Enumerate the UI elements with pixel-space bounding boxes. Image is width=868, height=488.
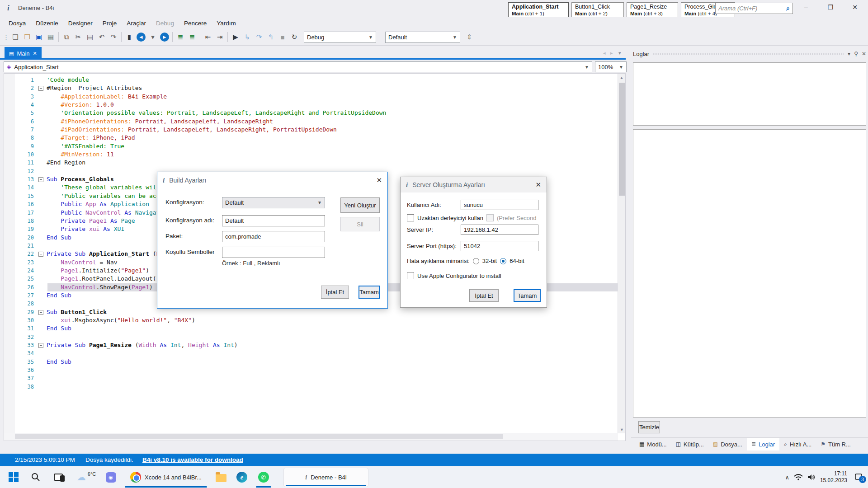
undo-icon[interactable]: ↶ (96, 31, 107, 43)
fold-collapse-icon[interactable]: − (38, 252, 43, 257)
panel-tab-dosya[interactable]: ▨Dosya... (708, 438, 747, 450)
edge-button[interactable]: e (232, 466, 251, 488)
tab-scroll-left-icon[interactable]: ◂ (603, 50, 606, 56)
outdent-icon[interactable]: ⇤ (203, 31, 213, 43)
update-download-link[interactable]: B4i v8.10 is available for download (142, 456, 243, 463)
build-field-input[interactable]: Default (222, 215, 325, 226)
vertical-scrollbar[interactable]: ▲ ▼ (618, 74, 625, 433)
clear-logs-button[interactable]: Temizle (638, 421, 660, 433)
code-line[interactable]: 31End Sub (4, 324, 618, 333)
code-line[interactable]: 36 (4, 366, 618, 374)
server-dialog-close-icon[interactable]: ✕ (535, 181, 541, 189)
package-icon[interactable]: ▦ (45, 31, 56, 43)
arch-radio-64-bit[interactable] (500, 258, 506, 264)
menu-debug[interactable]: Debug (151, 18, 179, 28)
file-explorer-button[interactable] (212, 466, 231, 488)
tab-main[interactable]: ▤ Main ✕ (5, 47, 42, 60)
close-button[interactable]: ✕ (844, 0, 865, 14)
tab-close-icon[interactable]: ✕ (33, 51, 37, 56)
apple-configurator-checkbox[interactable] (407, 272, 414, 279)
server-ok-button[interactable]: Tamam (514, 289, 541, 302)
menu-pencere[interactable]: Pencere (179, 18, 212, 28)
save-icon[interactable]: ▣ (33, 31, 44, 43)
quick-sub-page1_resize[interactable]: Page1_ResizeMain (ctrl + 3) (627, 2, 678, 18)
tray-expand-icon[interactable]: ∧ (785, 474, 789, 481)
open-folder-icon[interactable]: ❐ (22, 31, 33, 43)
horizontal-scrollbar[interactable] (4, 433, 618, 441)
fold-collapse-icon[interactable]: − (38, 310, 43, 315)
code-line[interactable]: 38 (4, 383, 618, 391)
task-view-button[interactable] (49, 466, 68, 488)
menu-yardım[interactable]: Yardım (212, 18, 241, 28)
fold-collapse-icon[interactable]: − (38, 177, 43, 182)
code-line[interactable]: 30 xui.MsgboxAsync("Hello world!", "B4X"… (4, 316, 618, 324)
paste-icon[interactable]: ▤ (85, 31, 95, 43)
code-line[interactable]: 35End Sub (4, 358, 618, 366)
uncomment-icon[interactable]: ≣ (187, 31, 198, 43)
quick-sub-application_start[interactable]: Application_StartMain (ctrl + 1) (508, 2, 569, 18)
code-line[interactable]: 4 #Version: 1.0.0 (4, 101, 618, 109)
bookmark-icon[interactable]: ▮ (124, 31, 135, 43)
build-dialog-close-icon[interactable]: ✕ (376, 176, 382, 184)
logs-panel-header[interactable]: Loglar ▾ ⚲ ✕ (633, 48, 866, 60)
step-over-icon[interactable]: ↷ (254, 31, 264, 43)
code-line[interactable]: 1'Code module (4, 76, 618, 84)
code-line[interactable]: 2−#Region Project Attributes (4, 84, 618, 92)
start-button[interactable] (5, 466, 23, 488)
toolbar-overflow-icon[interactable]: ⇕ (464, 31, 475, 43)
quick-sub-button1_click[interactable]: Button1_ClickMain (ctrl + 2) (571, 2, 624, 18)
search-icon[interactable]: ⌕ (786, 5, 790, 12)
code-line[interactable]: 37 (4, 374, 618, 382)
horizontal-scrollbar-thumb[interactable] (15, 434, 503, 439)
build-config-combobox[interactable]: Default ▼ (385, 32, 460, 43)
log-filter-box[interactable] (633, 62, 866, 126)
panel-tab-hzla[interactable]: ⌕Hızlı A... (779, 438, 816, 450)
b4i-window-button[interactable]: i Deneme - B4i (284, 468, 368, 487)
weather-widget-button[interactable]: ☁ 6°C (72, 466, 100, 488)
speaker-icon[interactable] (807, 474, 816, 481)
panel-dropdown-icon[interactable]: ▾ (848, 51, 850, 57)
tab-list-icon[interactable]: ▾ (618, 50, 621, 56)
remote-compiler-checkbox[interactable] (407, 214, 414, 221)
code-line[interactable]: 29−Sub Button1_Click (4, 308, 618, 316)
minimize-button[interactable]: – (796, 0, 816, 14)
build-cancel-button[interactable]: İptal Et (321, 286, 349, 299)
server-field-input[interactable]: 192.168.1.42 (461, 225, 538, 235)
notification-center-button[interactable]: 3 (852, 470, 865, 484)
back-dropdown-icon[interactable]: ▾ (147, 31, 158, 43)
menu-düzenle[interactable]: Düzenle (31, 18, 63, 28)
chrome-window-button[interactable]: Xcode 14 and B4iBr... (123, 466, 209, 488)
copy-icon[interactable]: ⧉ (61, 31, 72, 43)
search-input[interactable]: Arama (Ctrl+F) ⌕ (715, 3, 793, 14)
panel-tab-mod[interactable]: ▦Modü... (635, 438, 671, 450)
pause-icon[interactable]: ■ (277, 31, 288, 43)
code-line[interactable]: 9 '#ATSEnabled: True (4, 142, 618, 150)
wifi-icon[interactable] (794, 474, 803, 481)
editor-zoom-combobox[interactable]: 100% ▼ (595, 61, 627, 72)
menu-designer[interactable]: Designer (63, 18, 98, 28)
code-line[interactable]: 7 #iPadOrientations: Portrait, Landscape… (4, 126, 618, 134)
step-out-icon[interactable]: ↰ (265, 31, 276, 43)
scroll-down-icon[interactable]: ▼ (618, 426, 626, 433)
restart-icon[interactable]: ↻ (289, 31, 300, 43)
redo-icon[interactable]: ↷ (108, 31, 119, 43)
code-line[interactable]: 34 (4, 349, 618, 357)
menu-proje[interactable]: Proje (98, 18, 122, 28)
vertical-scrollbar-thumb[interactable] (619, 83, 625, 196)
log-output-box[interactable] (633, 129, 866, 418)
code-line[interactable]: 8 #Target: iPhone, iPad (4, 134, 618, 142)
panel-drag-handle[interactable] (653, 53, 844, 55)
code-line[interactable]: 10 #MinVersion: 11 (4, 150, 618, 159)
server-field-input[interactable]: sunucu (461, 200, 538, 210)
panel-tab-ktp[interactable]: ◫Kütüp... (671, 438, 708, 450)
maximize-button[interactable]: ❐ (820, 0, 841, 14)
menu-dosya[interactable]: Dosya (4, 18, 31, 28)
indent-icon[interactable]: ⇥ (214, 31, 225, 43)
server-field-input[interactable]: 51042 (461, 241, 538, 251)
sub-navigator-combobox[interactable]: ◈ Application_Start ▼ (4, 61, 592, 72)
step-into-icon[interactable]: ↳ (242, 31, 253, 43)
code-line[interactable]: 6 #iPhoneOrientations: Portrait, Landsca… (4, 117, 618, 126)
navigate-forward-icon[interactable]: ▶ (159, 31, 170, 43)
build-new-config-button[interactable]: Yeni Oluştur (340, 197, 380, 213)
new-file-icon[interactable]: ❏ (10, 31, 21, 43)
